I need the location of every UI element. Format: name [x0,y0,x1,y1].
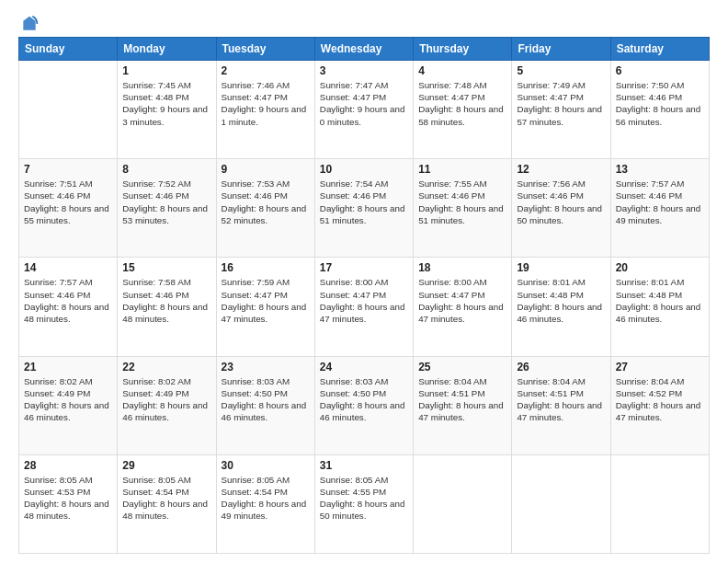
day-info: Sunrise: 7:45 AM Sunset: 4:48 PM Dayligh… [122,79,210,128]
day-info: Sunrise: 8:00 AM Sunset: 4:47 PM Dayligh… [418,276,506,325]
day-number: 14 [24,261,112,274]
day-cell: 2Sunrise: 7:46 AM Sunset: 4:47 PM Daylig… [216,61,314,159]
day-cell: 8Sunrise: 7:52 AM Sunset: 4:46 PM Daylig… [118,159,216,258]
day-info: Sunrise: 7:52 AM Sunset: 4:46 PM Dayligh… [122,178,210,226]
day-number: 3 [320,64,408,77]
logo-text [18,15,39,33]
day-number: 6 [616,64,704,77]
day-number: 15 [122,261,210,274]
day-number: 11 [418,163,506,176]
day-info: Sunrise: 7:56 AM Sunset: 4:46 PM Dayligh… [517,178,605,226]
day-number: 5 [517,64,605,77]
day-cell: 16Sunrise: 7:59 AM Sunset: 4:47 PM Dayli… [216,258,314,356]
day-cell: 6Sunrise: 7:50 AM Sunset: 4:46 PM Daylig… [610,61,709,159]
weekday-monday: Monday [118,38,216,61]
weekday-wednesday: Wednesday [314,38,413,61]
day-info: Sunrise: 8:04 AM Sunset: 4:51 PM Dayligh… [517,375,605,424]
day-cell: 21Sunrise: 8:02 AM Sunset: 4:49 PM Dayli… [19,356,118,454]
weekday-saturday: Saturday [610,38,709,61]
day-info: Sunrise: 7:55 AM Sunset: 4:46 PM Dayligh… [418,178,506,226]
day-number: 23 [222,361,310,373]
day-cell: 4Sunrise: 7:48 AM Sunset: 4:47 PM Daylig… [414,61,512,159]
day-number: 4 [418,64,506,77]
day-cell: 15Sunrise: 7:58 AM Sunset: 4:46 PM Dayli… [118,258,216,356]
day-cell: 9Sunrise: 7:53 AM Sunset: 4:46 PM Daylig… [216,159,314,258]
day-cell: 12Sunrise: 7:56 AM Sunset: 4:46 PM Dayli… [512,159,610,258]
day-number: 24 [320,361,408,373]
day-cell [414,454,512,553]
day-cell: 3Sunrise: 7:47 AM Sunset: 4:47 PM Daylig… [314,61,413,159]
logo [18,15,39,29]
day-cell: 11Sunrise: 7:55 AM Sunset: 4:46 PM Dayli… [414,159,512,258]
day-number: 30 [222,459,310,472]
day-info: Sunrise: 8:03 AM Sunset: 4:50 PM Dayligh… [222,375,310,424]
day-number: 10 [320,163,408,176]
weekday-thursday: Thursday [414,38,512,61]
day-cell: 28Sunrise: 8:05 AM Sunset: 4:53 PM Dayli… [19,454,118,553]
day-number: 20 [616,261,704,274]
day-number: 17 [320,261,408,274]
day-info: Sunrise: 8:01 AM Sunset: 4:48 PM Dayligh… [517,276,605,325]
day-cell: 31Sunrise: 8:05 AM Sunset: 4:55 PM Dayli… [314,454,413,553]
day-cell: 22Sunrise: 8:02 AM Sunset: 4:49 PM Dayli… [118,356,216,454]
day-cell: 17Sunrise: 8:00 AM Sunset: 4:47 PM Dayli… [314,258,413,356]
day-info: Sunrise: 7:49 AM Sunset: 4:47 PM Dayligh… [517,79,605,128]
weekday-friday: Friday [512,38,610,61]
week-row-0: 1Sunrise: 7:45 AM Sunset: 4:48 PM Daylig… [19,61,710,159]
day-number: 12 [517,163,605,176]
day-info: Sunrise: 8:02 AM Sunset: 4:49 PM Dayligh… [24,375,112,424]
day-cell: 24Sunrise: 8:03 AM Sunset: 4:50 PM Dayli… [314,356,413,454]
day-info: Sunrise: 7:57 AM Sunset: 4:46 PM Dayligh… [24,276,112,325]
day-cell [512,454,610,553]
day-number: 25 [418,361,506,373]
day-cell: 27Sunrise: 8:04 AM Sunset: 4:52 PM Dayli… [610,356,709,454]
week-row-4: 28Sunrise: 8:05 AM Sunset: 4:53 PM Dayli… [19,454,710,553]
day-cell [610,454,709,553]
day-cell: 10Sunrise: 7:54 AM Sunset: 4:46 PM Dayli… [314,159,413,258]
day-cell: 13Sunrise: 7:57 AM Sunset: 4:46 PM Dayli… [610,159,709,258]
day-cell: 7Sunrise: 7:51 AM Sunset: 4:46 PM Daylig… [19,159,118,258]
weekday-header-row: SundayMondayTuesdayWednesdayThursdayFrid… [19,38,710,61]
day-info: Sunrise: 8:04 AM Sunset: 4:52 PM Dayligh… [616,375,704,424]
day-info: Sunrise: 8:02 AM Sunset: 4:49 PM Dayligh… [122,375,210,424]
day-number: 13 [616,163,704,176]
day-number: 19 [517,261,605,274]
day-info: Sunrise: 8:04 AM Sunset: 4:51 PM Dayligh… [418,375,506,424]
day-number: 7 [24,163,112,176]
day-info: Sunrise: 8:03 AM Sunset: 4:50 PM Dayligh… [320,375,408,424]
day-number: 29 [122,459,210,472]
day-info: Sunrise: 7:50 AM Sunset: 4:46 PM Dayligh… [616,79,704,128]
day-cell: 25Sunrise: 8:04 AM Sunset: 4:51 PM Dayli… [414,356,512,454]
day-info: Sunrise: 7:53 AM Sunset: 4:46 PM Dayligh… [222,178,310,226]
header [18,15,710,29]
day-info: Sunrise: 8:05 AM Sunset: 4:54 PM Dayligh… [222,474,310,523]
day-info: Sunrise: 7:59 AM Sunset: 4:47 PM Dayligh… [222,276,310,325]
day-number: 18 [418,261,506,274]
day-info: Sunrise: 7:48 AM Sunset: 4:47 PM Dayligh… [418,79,506,128]
logo-icon [20,15,39,33]
day-info: Sunrise: 7:46 AM Sunset: 4:47 PM Dayligh… [222,79,310,128]
day-info: Sunrise: 8:00 AM Sunset: 4:47 PM Dayligh… [320,276,408,325]
day-number: 31 [320,459,408,472]
day-number: 22 [122,361,210,373]
day-number: 2 [222,64,310,77]
day-number: 8 [122,163,210,176]
day-cell: 14Sunrise: 7:57 AM Sunset: 4:46 PM Dayli… [19,258,118,356]
day-info: Sunrise: 8:05 AM Sunset: 4:53 PM Dayligh… [24,474,112,523]
day-number: 21 [24,361,112,373]
calendar: SundayMondayTuesdayWednesdayThursdayFrid… [18,37,710,554]
day-info: Sunrise: 7:47 AM Sunset: 4:47 PM Dayligh… [320,79,408,128]
day-cell: 1Sunrise: 7:45 AM Sunset: 4:48 PM Daylig… [118,61,216,159]
day-number: 26 [517,361,605,373]
day-number: 9 [222,163,310,176]
day-cell: 5Sunrise: 7:49 AM Sunset: 4:47 PM Daylig… [512,61,610,159]
day-cell: 20Sunrise: 8:01 AM Sunset: 4:48 PM Dayli… [610,258,709,356]
day-cell: 18Sunrise: 8:00 AM Sunset: 4:47 PM Dayli… [414,258,512,356]
day-number: 16 [222,261,310,274]
week-row-3: 21Sunrise: 8:02 AM Sunset: 4:49 PM Dayli… [19,356,710,454]
week-row-1: 7Sunrise: 7:51 AM Sunset: 4:46 PM Daylig… [19,159,710,258]
weekday-tuesday: Tuesday [216,38,314,61]
day-cell: 30Sunrise: 8:05 AM Sunset: 4:54 PM Dayli… [216,454,314,553]
day-info: Sunrise: 8:05 AM Sunset: 4:55 PM Dayligh… [320,474,408,523]
day-cell: 23Sunrise: 8:03 AM Sunset: 4:50 PM Dayli… [216,356,314,454]
